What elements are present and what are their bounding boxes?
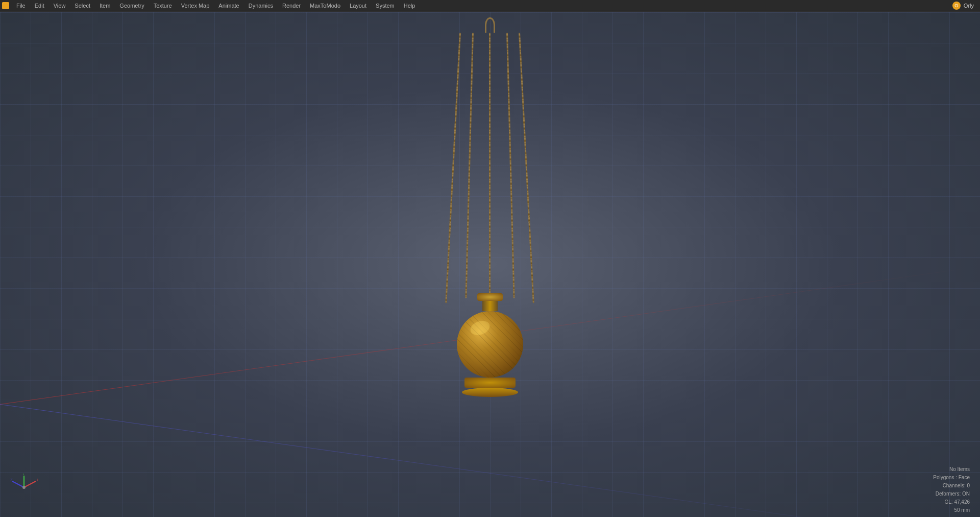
- svg-text:Y: Y: [22, 474, 26, 476]
- menu-layout[interactable]: Layout: [346, 2, 371, 10]
- menu-edit[interactable]: Edit: [31, 2, 48, 10]
- menu-vertex-map[interactable]: Vertex Map: [177, 2, 214, 10]
- app: File Edit View Select Item Geometry Text…: [0, 0, 980, 517]
- chain-right: [519, 39, 534, 303]
- censer-top-ring: [477, 293, 503, 301]
- content-area: Deform Duplicate Mesh Edit Vertex Edge P…: [0, 39, 980, 503]
- censer-sphere-detail: [457, 311, 523, 378]
- menu-system[interactable]: System: [372, 2, 399, 10]
- censer-body: [457, 293, 523, 397]
- menu-animate[interactable]: Animate: [214, 2, 243, 10]
- menu-bar: File Edit View Select Item Geometry Text…: [0, 0, 980, 11]
- menu-view[interactable]: View: [50, 2, 70, 10]
- gl-info: GL: 47,426: [933, 498, 970, 503]
- svg-line-0: [24, 481, 36, 487]
- viewport-info: No Items Polygons : Face Channels: 0 Def…: [933, 465, 970, 503]
- viewport-wrapper: Perspective Advanced Ray GL : Off ⊞ ⚙ ⬜ …: [9, 39, 822, 503]
- svg-point-6: [22, 486, 26, 489]
- menu-help[interactable]: Help: [400, 2, 420, 10]
- censer-foot: [462, 388, 518, 397]
- polygons-info: Polygons : Face: [933, 474, 970, 482]
- censer-sphere: [457, 311, 523, 378]
- user-name: Orly: [964, 3, 974, 9]
- axis-widget: X Y Z: [10, 474, 38, 502]
- menu-file[interactable]: File: [12, 2, 30, 10]
- menu-item[interactable]: Item: [95, 2, 114, 10]
- censer-3d-object: [439, 39, 541, 401]
- viewport-canvas[interactable]: X Y Z No Items Polygons : Face: [0, 39, 980, 503]
- chain-left2: [465, 39, 474, 298]
- menu-maxtomode[interactable]: MaxToModo: [306, 2, 345, 10]
- user-avatar[interactable]: O: [952, 2, 961, 10]
- menu-geometry[interactable]: Geometry: [115, 2, 148, 10]
- censer-neck: [482, 301, 498, 311]
- chains-container: [449, 39, 531, 298]
- user-area: O Orly: [952, 2, 978, 10]
- svg-text:X: X: [37, 478, 38, 482]
- menu-dynamics[interactable]: Dynamics: [244, 2, 277, 10]
- svg-text:Z: Z: [10, 478, 13, 482]
- chain-center: [489, 39, 491, 293]
- censer-base-ring: [464, 378, 516, 388]
- chain-right2: [506, 39, 515, 298]
- app-logo: [2, 2, 9, 9]
- no-items-label: No Items: [933, 465, 970, 474]
- menu-texture[interactable]: Texture: [150, 2, 176, 10]
- menu-render[interactable]: Render: [278, 2, 305, 10]
- chain-left: [445, 39, 461, 303]
- channels-info: Channels: 0: [933, 482, 970, 490]
- menu-select[interactable]: Select: [70, 2, 94, 10]
- axis-svg: X Y Z: [10, 474, 38, 502]
- svg-line-4: [12, 481, 24, 487]
- deformers-info: Deformers: ON: [933, 490, 970, 498]
